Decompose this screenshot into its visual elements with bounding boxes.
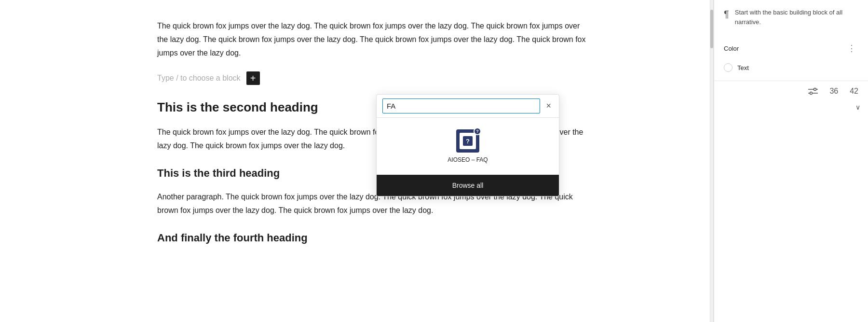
right-sidebar: ¶ Start with the basic building block of… bbox=[714, 0, 868, 322]
heading-4[interactable]: And finally the fourth heading bbox=[157, 229, 591, 247]
sidebar-settings-row: 36 42 bbox=[714, 81, 868, 101]
sliders-icon bbox=[808, 87, 818, 95]
chevron-down-button[interactable]: ∨ bbox=[855, 103, 860, 111]
block-inserter-results: ? ? AIOSEO – FAQ bbox=[377, 118, 559, 175]
editor-area: The quick brown fox jumps over the lazy … bbox=[0, 0, 710, 322]
add-block-button[interactable]: + bbox=[246, 71, 260, 85]
settings-sliders-button[interactable] bbox=[806, 85, 820, 97]
sidebar-color-section: Color ⋮ Text bbox=[714, 36, 868, 81]
sidebar-description-row: ¶ Start with the basic building block of… bbox=[714, 0, 868, 36]
scroll-divider bbox=[710, 0, 714, 322]
placeholder-row: Type / to choose a block + bbox=[157, 71, 591, 85]
svg-point-5 bbox=[810, 92, 813, 95]
text-color-option[interactable]: Text bbox=[724, 60, 858, 75]
text-color-radio[interactable] bbox=[724, 63, 732, 72]
font-size-36: 36 bbox=[827, 85, 840, 98]
svg-point-3 bbox=[814, 88, 816, 91]
block-item-aioseo-faq[interactable]: ? ? AIOSEO – FAQ bbox=[444, 126, 491, 167]
paragraph-icon: ¶ bbox=[724, 9, 729, 20]
color-more-button[interactable]: ⋮ bbox=[845, 42, 858, 55]
block-search-input[interactable] bbox=[382, 98, 540, 113]
block-inserter-search-row: × bbox=[377, 95, 559, 118]
block-item-label: AIOSEO – FAQ bbox=[448, 156, 488, 163]
sidebar-chevron-row: ∨ bbox=[714, 101, 868, 113]
text-color-label: Text bbox=[737, 64, 749, 71]
block-search-clear-button[interactable]: × bbox=[544, 100, 553, 112]
paragraph-1[interactable]: The quick brown fox jumps over the lazy … bbox=[157, 19, 591, 60]
svg-text:?: ? bbox=[466, 138, 470, 145]
sidebar-color-header: Color ⋮ bbox=[724, 42, 858, 55]
block-inserter-popup: × ? ? AIOSEO – FAQ Browse all bbox=[376, 94, 559, 196]
block-item-icon-inner: ? bbox=[460, 133, 476, 149]
browse-all-button[interactable]: Browse all bbox=[377, 175, 559, 196]
block-item-icon: ? ? bbox=[456, 129, 479, 153]
font-size-42: 42 bbox=[848, 85, 860, 98]
color-label: Color bbox=[724, 45, 739, 52]
question-badge: ? bbox=[474, 127, 481, 135]
sidebar-description-text: Start with the basic building block of a… bbox=[735, 8, 858, 27]
scroll-thumb[interactable] bbox=[710, 10, 713, 48]
placeholder-text[interactable]: Type / to choose a block bbox=[157, 71, 241, 84]
faq-icon-svg: ? bbox=[462, 136, 473, 146]
